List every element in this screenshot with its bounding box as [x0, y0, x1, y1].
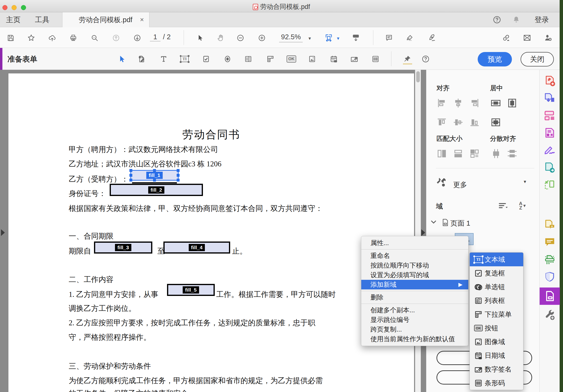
comments-icon[interactable] — [543, 235, 556, 249]
close-tab-icon[interactable]: × — [140, 12, 144, 27]
zoom-level-value[interactable]: 92.5% — [279, 33, 303, 42]
form-field-fill5[interactable]: fill_5 — [167, 284, 215, 296]
menu-item-properties[interactable]: 属性... — [361, 238, 468, 248]
menu-item-set-required[interactable]: 设置为必须填写的域 — [361, 270, 468, 280]
sort-alpha-icon[interactable]: AZ ▾ — [516, 199, 528, 212]
radio-button-tool-icon[interactable] — [221, 53, 234, 65]
list-box-tool-icon[interactable] — [242, 53, 255, 65]
image-field-tool-icon[interactable] — [306, 53, 318, 65]
menu-item-delete[interactable]: 删除 — [361, 293, 468, 302]
menu-item-add-new-field[interactable]: 添加新域▶ — [361, 280, 468, 289]
zoom-in-icon[interactable] — [256, 32, 268, 44]
more-caret-icon[interactable]: ▾ — [524, 179, 526, 184]
page-number-control[interactable]: 1/ 2 — [150, 33, 171, 41]
barcode-tool-icon[interactable] — [369, 53, 382, 65]
form-field-fill3[interactable]: fill_3 — [94, 242, 152, 254]
page-number-input[interactable]: 1 — [150, 33, 161, 41]
search-icon[interactable] — [89, 32, 100, 44]
hand-tool-icon[interactable] — [215, 32, 226, 44]
menu-item-create-multiple-copies[interactable]: 创建多个副本... — [361, 305, 468, 315]
export-pdf-icon[interactable] — [543, 91, 556, 105]
align-vertical-center-icon[interactable] — [452, 116, 464, 129]
edit-document-tool-icon[interactable] — [135, 53, 148, 65]
close-form-button[interactable]: 关闭 — [521, 52, 554, 66]
form-select-tool-icon[interactable] — [115, 53, 128, 65]
align-top-icon[interactable] — [435, 116, 448, 129]
menu-item-duplicate-across-pages[interactable]: 跨页复制... — [361, 325, 468, 334]
highlighter-tool-icon[interactable] — [404, 32, 415, 44]
submenu-item-button[interactable]: OK 按钮 — [470, 321, 523, 335]
submenu-item-barcode[interactable]: 条形码 — [470, 376, 523, 390]
fit-width-icon[interactable] — [323, 32, 334, 44]
scrollbar-thumb[interactable] — [416, 71, 420, 82]
align-right-icon[interactable] — [468, 97, 481, 109]
scan-and-ocr-icon[interactable] — [543, 253, 556, 266]
tree-collapse-chevron-icon[interactable] — [429, 218, 438, 226]
form-field-fill4[interactable]: fill_4 — [163, 242, 230, 254]
menu-item-show-tab-numbers[interactable]: 显示跳位编号 — [361, 315, 468, 325]
fit-dropdown-caret-icon[interactable]: ▾ — [337, 35, 339, 41]
date-field-tool-icon[interactable] — [328, 53, 340, 65]
center-horizontally-icon[interactable] — [489, 97, 502, 109]
submenu-item-radio-button[interactable]: 单选钮 — [470, 280, 523, 294]
form-field-fill1[interactable]: fill_1 — [130, 170, 179, 181]
next-page-icon[interactable] — [131, 32, 143, 44]
match-both-icon[interactable] — [468, 147, 481, 160]
save-icon[interactable] — [5, 32, 16, 44]
center-both-icon[interactable] — [489, 116, 502, 129]
add-user-icon[interactable] — [542, 32, 554, 44]
request-signatures-icon[interactable] — [543, 218, 556, 232]
distribute-vertical-icon[interactable] — [491, 147, 503, 160]
menu-item-move-down-tab-order[interactable]: 按跳位顺序向下移动 — [361, 260, 468, 270]
menu-item-rename[interactable]: 重命名 — [361, 251, 468, 260]
align-bottom-icon[interactable] — [468, 116, 481, 129]
submenu-item-dropdown[interactable]: 下拉菜单 — [470, 307, 523, 321]
prepare-form-active-icon[interactable] — [540, 287, 560, 305]
submenu-item-digital-signature[interactable]: 数字签名 — [470, 362, 523, 376]
tab-document[interactable]: 劳动合同模板.pdf × — [62, 12, 149, 27]
select-tool-icon[interactable] — [194, 32, 206, 44]
print-icon[interactable] — [67, 32, 79, 44]
checkbox-tool-icon[interactable] — [200, 53, 212, 65]
link-share-icon[interactable] — [500, 32, 512, 44]
share-upload-cloud-icon[interactable] — [46, 32, 58, 44]
star-favorite-icon[interactable] — [25, 32, 37, 44]
comment-tool-icon[interactable] — [383, 32, 395, 44]
send-for-review-icon[interactable] — [543, 161, 556, 174]
match-height-icon[interactable] — [435, 147, 448, 160]
sort-order-icon[interactable] — [497, 199, 509, 212]
sign-pen-tool-icon[interactable] — [426, 32, 437, 44]
form-help-icon[interactable] — [419, 53, 432, 65]
zoom-dropdown-caret-icon[interactable]: ▾ — [308, 35, 311, 41]
help-icon[interactable] — [491, 14, 502, 25]
email-icon[interactable] — [521, 32, 533, 44]
distribute-horizontal-icon[interactable] — [506, 147, 518, 160]
notifications-bell-icon[interactable] — [511, 14, 522, 25]
right-panel-collapse-icon[interactable] — [421, 229, 425, 236]
more-tools-icon[interactable] — [543, 308, 556, 322]
fill-and-sign-icon[interactable] — [543, 144, 556, 157]
form-field-fill2[interactable]: fill_2 — [110, 184, 203, 196]
submenu-item-checkbox[interactable]: 复选框 — [470, 266, 523, 280]
tree-item-page1[interactable]: 页面 1 — [450, 219, 470, 228]
protect-pdf-icon[interactable] — [543, 270, 556, 284]
pdf-form-icon[interactable] — [543, 126, 556, 140]
submenu-item-text-field[interactable]: TI 文本域 — [470, 253, 523, 266]
create-pdf-icon[interactable] — [543, 74, 556, 88]
submenu-item-list-box[interactable]: 列表框 — [470, 294, 523, 307]
more-button[interactable]: 更多 — [453, 180, 467, 190]
center-vertically-icon[interactable] — [506, 97, 518, 109]
text-field-tool-icon[interactable]: TI — [178, 53, 191, 65]
hide-toolbar-icon[interactable] — [350, 32, 361, 44]
align-horizontal-center-icon[interactable] — [452, 97, 464, 109]
submenu-item-image-field[interactable]: 图像域 — [470, 335, 523, 349]
add-text-tool-icon[interactable] — [157, 53, 170, 65]
edit-pdf-icon[interactable] — [543, 109, 556, 122]
digital-signature-tool-icon[interactable] — [348, 53, 360, 65]
tab-tools[interactable]: 工具 — [32, 12, 52, 27]
left-panel-expand-icon[interactable] — [1, 229, 5, 236]
match-width-icon[interactable] — [452, 147, 464, 160]
crop-pages-icon[interactable] — [543, 178, 556, 192]
preview-button[interactable]: 预览 — [478, 52, 512, 66]
align-left-icon[interactable] — [435, 97, 448, 109]
